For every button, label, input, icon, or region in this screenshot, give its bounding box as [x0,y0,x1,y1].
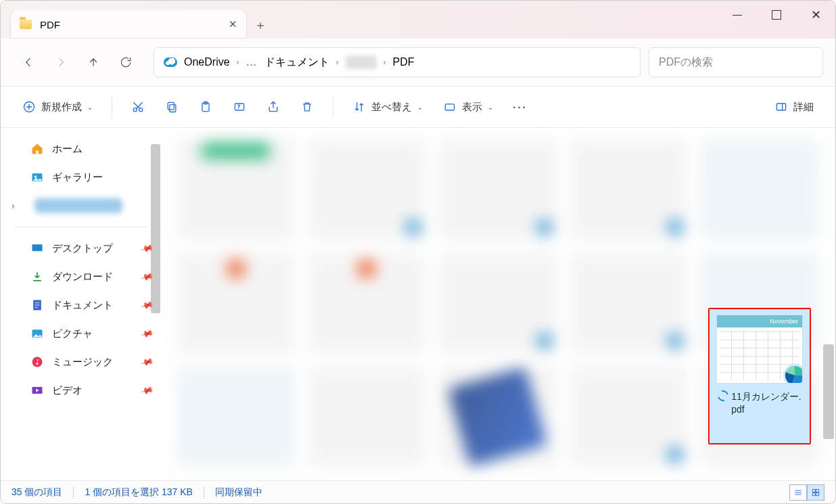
sort-button-label: 並べ替え [371,101,412,114]
more-button[interactable]: ··· [505,93,535,120]
sidebar-item-label: ホーム [52,143,83,156]
sidebar-item-videos[interactable]: ビデオ 📌 [1,376,160,405]
cut-button[interactable] [123,93,153,120]
chevron-icon[interactable]: › [237,58,239,67]
svg-rect-18 [816,489,819,492]
tab-pdf[interactable]: PDF ✕ [10,10,247,39]
pin-icon[interactable]: 📌 [139,355,154,369]
rename-button[interactable] [225,93,254,120]
breadcrumb-root[interactable]: OneDrive [184,56,230,68]
main-scrollbar[interactable] [823,344,834,439]
download-icon [30,270,44,283]
breadcrumb-redacted[interactable] [346,55,377,69]
sort-button[interactable]: 並べ替え ⌄ [344,93,431,120]
sidebar-item-label: ダウンロード [52,271,113,283]
delete-button[interactable] [292,93,322,120]
sidebar-divider [14,227,147,227]
breadcrumb-seg2[interactable]: ドキュメント [264,55,329,70]
view-button-label: 表示 [462,101,482,114]
toolbar: 新規作成 ⌄ 並べ替え ⌄ 表示 ⌄ ··· 詳細 [1,86,835,128]
list-view-button[interactable] [789,484,807,501]
svg-point-11 [34,176,37,178]
gallery-icon [30,170,44,184]
separator [73,486,74,499]
svg-rect-20 [816,492,819,495]
chevron-icon[interactable]: › [384,58,386,67]
ellipsis-icon: ··· [513,101,528,113]
sidebar-item-downloads[interactable]: ダウンロード 📌 [1,262,160,291]
sidebar-item-gallery[interactable]: ギャラリー [1,163,160,191]
separator [112,97,112,117]
chevron-down-icon: ⌄ [87,104,93,111]
close-tab-icon[interactable]: ✕ [229,18,237,30]
file-name-line2: pdf [731,403,801,416]
sidebar-item-label: ビデオ [52,384,83,397]
new-tab-button[interactable]: ＋ [247,12,274,39]
breadcrumb-seg4[interactable]: PDF [393,56,415,68]
new-button[interactable]: 新規作成 ⌄ [14,93,101,120]
search-input[interactable]: PDFの検索 [649,47,823,77]
svg-rect-12 [32,244,43,251]
sidebar-item-music[interactable]: ミュージック 📌 [1,348,160,376]
minimize-button[interactable] [718,1,757,29]
svg-rect-3 [170,105,176,112]
separator [204,486,204,499]
refresh-button[interactable] [110,47,141,78]
sidebar-item-home[interactable]: ホーム [1,135,160,163]
details-button-label: 詳細 [793,101,814,114]
pin-icon[interactable]: 📌 [139,327,154,341]
forward-button[interactable] [45,47,76,78]
pin-icon[interactable]: 📌 [139,242,154,256]
svg-rect-9 [776,104,785,110]
file-item-selected[interactable]: November 11月カレンダー. pdf [708,308,811,444]
details-pane-button[interactable]: 詳細 [766,93,822,120]
sidebar-item-label: ピクチャ [52,327,93,340]
breadcrumb-ellipsis[interactable]: … [246,56,258,68]
share-button[interactable] [258,93,288,120]
search-placeholder: PDFの検索 [659,55,713,70]
videos-icon [30,384,44,397]
edge-icon [783,364,803,384]
chevron-down-icon: ⌄ [488,104,493,111]
file-name-line1: 11月カレンダー. [731,390,801,403]
sidebar-item-pictures[interactable]: ピクチャ 📌 [1,319,160,348]
icon-view-button[interactable] [807,484,825,501]
svg-rect-19 [812,492,815,495]
desktop-icon [30,242,44,255]
status-sync: 同期保留中 [215,486,262,499]
back-button[interactable] [13,47,44,78]
svg-rect-7 [235,104,243,110]
svg-rect-8 [445,104,454,110]
thumbnail-header: November [717,315,802,327]
address-bar: OneDrive › … ドキュメント › › PDF PDFの検索 [1,39,835,86]
close-window-button[interactable]: ✕ [796,1,835,29]
sidebar-item-redacted[interactable] [1,191,160,220]
pin-icon[interactable]: 📌 [139,384,154,398]
file-thumbnail: November [716,315,803,384]
chevron-down-icon: ⌄ [417,104,423,111]
chevron-icon[interactable]: › [336,58,339,67]
onedrive-icon [164,58,177,67]
pictures-icon [30,327,44,340]
sync-icon [716,388,730,403]
sidebar-item-label: デスクトップ [52,242,113,255]
breadcrumb[interactable]: OneDrive › … ドキュメント › › PDF [154,47,641,77]
file-pane[interactable]: November 11月カレンダー. pdf [160,128,835,480]
pin-icon[interactable]: 📌 [139,298,154,313]
copy-button[interactable] [157,93,187,120]
sidebar: ホーム ギャラリー デスクトップ 📌 ダウンロード 📌 ドキュメント 📌 ピクチ… [1,128,160,480]
status-selection: 1 個の項目を選択 137 KB [85,486,193,499]
svg-rect-17 [812,489,815,492]
window-controls: ✕ [718,1,835,29]
sidebar-item-desktop[interactable]: デスクトップ 📌 [1,234,160,262]
view-button[interactable]: 表示 ⌄ [435,93,501,120]
up-button[interactable] [78,47,109,78]
redacted-label [34,198,122,213]
documents-icon [30,298,44,312]
pin-icon[interactable]: 📌 [139,270,154,284]
paste-button[interactable] [191,93,220,120]
sidebar-item-documents[interactable]: ドキュメント 📌 [1,291,160,319]
view-mode-switcher [789,484,825,501]
maximize-button[interactable] [757,1,796,29]
sidebar-item-label: ギャラリー [52,171,103,184]
